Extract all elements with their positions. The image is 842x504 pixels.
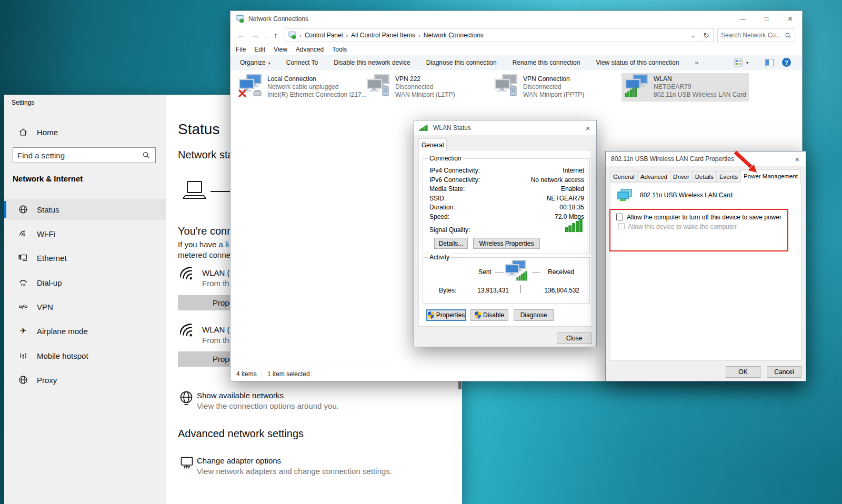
tab-advanced[interactable]: Advanced [637, 171, 670, 182]
tab-general[interactable]: General [610, 171, 638, 182]
connect-to-button[interactable]: Connect To [286, 59, 318, 66]
close-dialog-button[interactable]: Close [557, 332, 592, 344]
uac-shield-icon [475, 311, 481, 319]
maximize-button[interactable]: □ [755, 11, 778, 27]
close-icon[interactable]: × [789, 152, 806, 166]
details-button[interactable]: Details... [434, 238, 468, 249]
connected-line2: metered conne [178, 250, 230, 259]
row-label: Speed: [429, 213, 449, 222]
menu-file[interactable]: File [232, 44, 250, 55]
sidebar-item-ethernet[interactable]: Ethernet [4, 247, 166, 268]
sidebar-item-proxy[interactable]: Proxy [4, 369, 166, 390]
wireless-adapter-icon [625, 74, 649, 102]
menu-advanced[interactable]: Advanced [292, 44, 328, 55]
button-label: Details... [439, 240, 464, 247]
ethernet-adapter-icon [238, 74, 263, 102]
sidebar-item-wifi[interactable]: Wi-Fi [4, 223, 166, 244]
tab-general[interactable]: General [418, 138, 447, 151]
adapter-tile-local-connection[interactable]: Local Connection Network cable unplugged… [235, 73, 363, 102]
change-adapter-title: Change adapter options [197, 456, 392, 465]
ethernet-icon [18, 253, 28, 263]
show-available-networks-link[interactable]: Show available networks View the connect… [197, 391, 339, 410]
dash [495, 273, 504, 273]
settings-search-input[interactable] [13, 151, 142, 160]
menu-view[interactable]: View [269, 44, 292, 55]
adapter-tile-vpn-connection[interactable]: VPN Connection Disconnected WAN Miniport… [491, 73, 618, 102]
menu-edit[interactable]: Edit [250, 44, 269, 55]
dash [532, 273, 540, 273]
forward-icon[interactable]: → [252, 30, 259, 41]
chevron-down-icon[interactable]: ▾ [746, 61, 748, 65]
signal-quality-bars-icon [565, 218, 583, 234]
sidebar-item-status[interactable]: Status [4, 199, 166, 220]
disable-device-button[interactable]: Disable this network device [334, 59, 410, 66]
sidebar-item-home[interactable]: Home [18, 123, 155, 141]
group-heading: Connection [428, 155, 463, 162]
breadcrumb-all-control-panel-items[interactable]: All Control Panel Items [351, 32, 415, 39]
view-status-button[interactable]: View status of this connection [596, 59, 679, 66]
change-adapter-options-link[interactable]: Change adapter options View network adap… [197, 456, 392, 476]
tab-details[interactable]: Details [692, 171, 717, 182]
row-label: Media State: [429, 185, 465, 194]
scrollbar-thumb[interactable] [458, 380, 462, 389]
up-icon[interactable]: ↑ [274, 30, 278, 41]
breadcrumb-control-panel[interactable]: Control Panel [305, 32, 343, 39]
wifi-icon [180, 323, 198, 343]
dialog-titlebar: 802.11n USB Wireless LAN Card Properties… [606, 152, 806, 166]
wireless-properties-button[interactable]: Wireless Properties [473, 238, 540, 249]
adapter-tile-vpn-222[interactable]: VPN 222 Disconnected WAN Miniport (L2TP) [363, 73, 490, 102]
sidebar-item-dialup[interactable]: Dial-up [4, 272, 166, 293]
sidebar-item-label: Proxy [37, 376, 57, 385]
minimize-button[interactable]: — [731, 11, 755, 27]
signal-bars-icon [419, 125, 428, 131]
organize-label: Organize [240, 59, 266, 66]
cancel-button[interactable]: Cancel [767, 366, 801, 378]
sidebar-item-vpn[interactable]: VPN [4, 296, 166, 317]
row-label: Duration: [429, 203, 455, 213]
sidebar-item-label: Wi-Fi [37, 229, 55, 238]
properties-button[interactable]: Properties [426, 309, 466, 321]
organize-button[interactable]: Organize▾ [240, 59, 270, 66]
wlan-item-name: WLAN ( [202, 268, 230, 277]
adapter-tile-wlan[interactable]: WLAN NETGEAR79 802.11n USB Wireless LAN … [622, 73, 749, 102]
toolbar-overflow-chevron[interactable]: » [695, 59, 698, 66]
sidebar-item-label: Dial-up [37, 278, 62, 287]
menu-tools[interactable]: Tools [328, 44, 351, 55]
preview-pane-icon[interactable] [765, 59, 774, 68]
row-value: Internet [563, 166, 584, 176]
back-icon[interactable]: ← [237, 30, 245, 41]
close-button[interactable]: × [778, 11, 802, 27]
change-adapter-sub: View network adapters and change connect… [197, 467, 392, 476]
dialog-title: 802.11n USB Wireless LAN Card Properties [611, 155, 734, 163]
wireless-device-icon [617, 189, 633, 204]
explorer-search-box[interactable] [717, 28, 795, 42]
close-icon[interactable]: × [579, 120, 596, 135]
row-label: IPv4 Connectivity: [429, 166, 480, 176]
explorer-search-input[interactable] [718, 32, 785, 39]
diagnose-button[interactable]: Diagnose [514, 309, 554, 321]
sidebar-item-mobile-hotspot[interactable]: Mobile hotspot [4, 345, 166, 366]
ok-button[interactable]: OK [726, 366, 760, 378]
adapter-options-icon [180, 457, 195, 472]
settings-search-box[interactable] [13, 147, 156, 163]
adapter-device: 802.11n USB Wireless LAN Card [654, 91, 746, 99]
received-label: Received [548, 268, 574, 276]
refresh-icon[interactable]: ↻ [699, 29, 713, 42]
adapter-properties-dialog: 802.11n USB Wireless LAN Card Properties… [605, 151, 806, 381]
chevron-down-icon: ▾ [268, 61, 270, 66]
address-bar[interactable]: › Control Panel › All Control Panel Item… [285, 28, 714, 42]
breadcrumb-separator: › [415, 32, 424, 38]
diagnose-connection-button[interactable]: Diagnose this connection [426, 59, 497, 66]
recent-locations-chevron-icon[interactable]: ⌄ [265, 31, 269, 42]
change-view-icon[interactable] [734, 58, 743, 68]
connection-rows: IPv4 Connectivity:Internet IPv6 Connecti… [429, 166, 584, 221]
help-icon[interactable]: ? [782, 58, 791, 67]
row-value: NETGEAR79 [547, 194, 584, 204]
address-dropdown-icon[interactable]: ⌄ [687, 29, 699, 42]
sidebar-item-airplane-mode[interactable]: ✈ Airplane mode [4, 320, 166, 341]
breadcrumb-network-connections[interactable]: Network Connections [424, 32, 484, 39]
disable-button[interactable]: Disable [470, 309, 508, 321]
adapter-device: WAN Miniport (L2TP) [395, 91, 455, 99]
tab-driver[interactable]: Driver [670, 171, 693, 182]
rename-connection-button[interactable]: Rename this connection [513, 59, 580, 66]
